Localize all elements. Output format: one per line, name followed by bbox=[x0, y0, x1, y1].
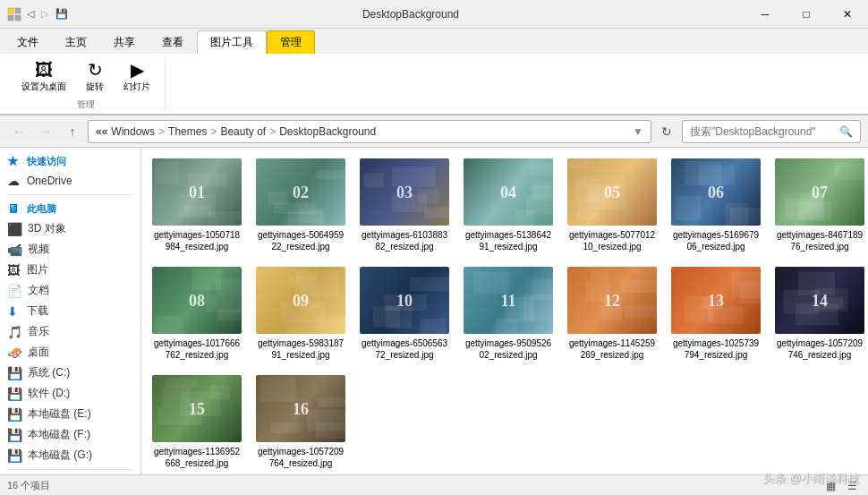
sidebar-label-pictures: 图片 bbox=[27, 262, 48, 277]
sidebar-item-drive-g[interactable]: 💾 本地磁盘 (G:) bbox=[0, 445, 140, 465]
file-thumbnail bbox=[464, 267, 553, 334]
file-item[interactable]: gettyimages-1057209746_resized.jpg bbox=[771, 263, 868, 364]
sidebar-item-video[interactable]: 📹 视频 bbox=[0, 239, 140, 260]
sidebar-item-pictures[interactable]: 🖼 图片 bbox=[0, 260, 140, 280]
sidebar-label-downloads: 下载 bbox=[27, 303, 48, 319]
file-name: gettyimages-1145259269_resized.jpg bbox=[567, 337, 657, 361]
file-name: gettyimages-610388382_resized.jpg bbox=[360, 229, 449, 252]
sidebar-item-desktop[interactable]: 🛷 桌面 bbox=[0, 342, 140, 363]
sidebar-item-drive-d[interactable]: 💾 软件 (D:) bbox=[0, 383, 140, 404]
sidebar-label-video: 视频 bbox=[28, 242, 49, 257]
sidebar-item-onedrive[interactable]: ☁ OneDrive bbox=[0, 171, 140, 191]
file-item[interactable]: gettyimages-1017666762_resized.jpg bbox=[149, 263, 245, 364]
sidebar-item-drive-f[interactable]: 💾 本地磁盘 (F:) bbox=[0, 424, 140, 445]
sidebar-label-drive-d: 软件 (D:) bbox=[28, 386, 70, 401]
sidebar-item-music[interactable]: 🎵 音乐 bbox=[0, 321, 140, 342]
sidebar-label-drive-f: 本地磁盘 (F:) bbox=[28, 427, 90, 442]
file-name: gettyimages-1057209764_resized.jpg bbox=[256, 446, 345, 469]
sidebar-item-drive-c[interactable]: 💾 系统 (C:) bbox=[0, 363, 140, 383]
drive-f-icon: 💾 bbox=[7, 428, 22, 442]
titlebar-forward-icon[interactable]: ▷ bbox=[41, 8, 48, 20]
file-name: gettyimages-506495922_resized.jpg bbox=[256, 229, 345, 252]
sidebar-label-quick-access: 快速访问 bbox=[27, 155, 66, 168]
file-thumbnail bbox=[671, 158, 761, 226]
tab-file[interactable]: 文件 bbox=[4, 30, 52, 54]
address-dropdown-icon[interactable]: ▼ bbox=[633, 125, 643, 138]
file-item[interactable]: gettyimages-950952602_resized.jpg bbox=[460, 263, 557, 364]
status-count: 16 个项目 bbox=[7, 479, 50, 492]
file-item[interactable]: gettyimages-650656372_resized.jpg bbox=[356, 263, 453, 364]
minimize-button[interactable]: ─ bbox=[745, 0, 786, 29]
search-box[interactable]: 🔍 bbox=[682, 120, 861, 143]
sidebar-divider-1 bbox=[7, 194, 133, 195]
refresh-button[interactable]: ↻ bbox=[655, 120, 678, 143]
svg-rect-1 bbox=[15, 8, 21, 13]
address-box[interactable]: «« Windows > Themes > Beauty of > Deskto… bbox=[88, 120, 651, 143]
tab-home[interactable]: 主页 bbox=[52, 30, 100, 54]
tab-share[interactable]: 共享 bbox=[100, 30, 149, 54]
sidebar-item-documents[interactable]: 📄 文档 bbox=[0, 280, 140, 301]
file-item[interactable]: gettyimages-1057209764_resized.jpg bbox=[252, 371, 349, 473]
address-part-themes[interactable]: Themes bbox=[168, 125, 207, 138]
sidebar-item-network[interactable]: 🌐 网络 bbox=[0, 474, 140, 474]
sidebar-item-3dobjects[interactable]: ⬛ 3D 对象 bbox=[0, 218, 140, 239]
view-icon-grid[interactable]: ▦ bbox=[821, 477, 839, 495]
sidebar: ★ 快速访问 ☁ OneDrive 🖥 此电脑 ⬛ 3D 对象 📹 视频 🖼 图… bbox=[0, 148, 141, 474]
ribbon-buttons: 🖼 设置为桌面 ↻ 旋转 ▶ 幻灯片 bbox=[14, 57, 157, 97]
file-name: gettyimages-516967906_resized.jpg bbox=[671, 229, 761, 252]
sidebar-item-drive-e[interactable]: 💾 本地磁盘 (E:) bbox=[0, 404, 140, 424]
files-grid: gettyimages-1050718984_resized.jpggettyi… bbox=[149, 155, 861, 473]
sidebar-item-quick-access[interactable]: ★ 快速访问 bbox=[0, 151, 140, 171]
statusbar-right: ▦ ☰ bbox=[821, 477, 861, 495]
sidebar-item-downloads[interactable]: ⬇ 下载 bbox=[0, 301, 140, 321]
pictures-icon: 🖼 bbox=[7, 263, 21, 277]
file-thumbnail bbox=[567, 267, 657, 334]
file-item[interactable]: gettyimages-513864291_resized.jpg bbox=[460, 155, 557, 256]
file-item[interactable]: gettyimages-1136952668_resized.jpg bbox=[149, 371, 245, 473]
file-item[interactable]: gettyimages-507701210_resized.jpg bbox=[564, 155, 660, 256]
file-item[interactable]: gettyimages-1025739794_resized.jpg bbox=[668, 263, 764, 364]
addressbar: ← → ↑ «« Windows > Themes > Beauty of > … bbox=[0, 115, 868, 148]
maximize-button[interactable]: □ bbox=[786, 0, 827, 29]
drive-g-icon: 💾 bbox=[7, 448, 22, 463]
file-item[interactable]: gettyimages-846718976_resized.jpg bbox=[771, 155, 868, 256]
address-part-beauty[interactable]: Beauty of bbox=[220, 125, 266, 138]
file-thumbnail bbox=[775, 158, 864, 226]
drive-c-icon: 💾 bbox=[7, 366, 22, 380]
ribbon-group-main: 🖼 设置为桌面 ↻ 旋转 ▶ 幻灯片 管理 bbox=[7, 58, 166, 110]
view-icon-list[interactable]: ☰ bbox=[843, 477, 861, 495]
titlebar-save-icon[interactable]: 💾 bbox=[55, 8, 68, 20]
ribbon-btn-set-wallpaper[interactable]: 🖼 设置为桌面 bbox=[14, 57, 73, 97]
file-item[interactable]: gettyimages-1050718984_resized.jpg bbox=[149, 155, 245, 256]
file-thumbnail bbox=[256, 267, 345, 334]
tab-picture-tools[interactable]: 图片工具 bbox=[197, 30, 267, 54]
svg-rect-2 bbox=[8, 15, 13, 21]
tab-manage[interactable]: 管理 bbox=[267, 30, 315, 54]
ribbon-btn-rotate[interactable]: ↻ 旋转 bbox=[77, 57, 113, 97]
file-thumbnail bbox=[567, 158, 657, 226]
search-input[interactable] bbox=[690, 125, 839, 138]
forward-button[interactable]: → bbox=[34, 120, 57, 143]
sidebar-item-thispc[interactable]: 🖥 此电脑 bbox=[0, 199, 140, 218]
close-button[interactable]: ✕ bbox=[827, 0, 868, 29]
titlebar-back-icon[interactable]: ◁ bbox=[27, 8, 34, 20]
back-button[interactable]: ← bbox=[7, 120, 30, 143]
file-item[interactable]: gettyimages-1145259269_resized.jpg bbox=[564, 263, 660, 364]
sidebar-divider-2 bbox=[7, 469, 133, 470]
ribbon-btn-slideshow[interactable]: ▶ 幻灯片 bbox=[116, 57, 157, 97]
ribbon-group-label: 管理 bbox=[77, 98, 95, 111]
desktop-icon: 🛷 bbox=[7, 346, 22, 360]
file-item[interactable]: gettyimages-516967906_resized.jpg bbox=[668, 155, 764, 256]
file-item[interactable]: gettyimages-598318791_resized.jpg bbox=[252, 263, 349, 364]
ribbon-btn-slideshow-label: 幻灯片 bbox=[123, 81, 150, 93]
drive-d-icon: 💾 bbox=[7, 387, 22, 401]
address-part-desktop[interactable]: DesktopBackground bbox=[279, 125, 376, 138]
ribbon-tabs: 文件 主页 共享 查看 图片工具 管理 bbox=[0, 29, 868, 54]
drive-e-icon: 💾 bbox=[7, 407, 22, 422]
sidebar-label-onedrive: OneDrive bbox=[27, 175, 72, 187]
address-part-windows[interactable]: Windows bbox=[111, 125, 155, 138]
up-button[interactable]: ↑ bbox=[61, 120, 84, 143]
tab-view[interactable]: 查看 bbox=[149, 30, 197, 54]
file-item[interactable]: gettyimages-506495922_resized.jpg bbox=[252, 155, 349, 256]
file-item[interactable]: gettyimages-610388382_resized.jpg bbox=[356, 155, 453, 256]
